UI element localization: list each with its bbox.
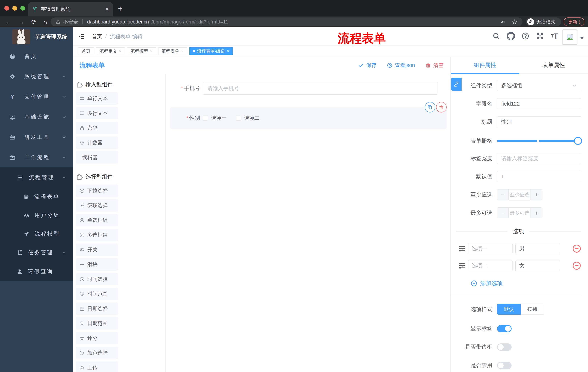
component-dropdown[interactable]: 下拉选择: [76, 185, 118, 197]
avatar[interactable]: [562, 30, 578, 45]
sidebar-item-workflow[interactable]: 工作流程: [0, 147, 73, 167]
option-1-label-input[interactable]: [468, 243, 513, 254]
drag-handle-icon[interactable]: [456, 262, 468, 270]
component-slider[interactable]: 滑块: [76, 258, 118, 271]
stepper-decrease-button[interactable]: −: [497, 208, 508, 218]
tag-process-definition[interactable]: 流程定义×: [96, 47, 125, 55]
gender-option-1-label[interactable]: 选项一: [211, 115, 227, 122]
sidebar-item-home[interactable]: 首页: [0, 46, 73, 66]
label-width-input[interactable]: [497, 153, 581, 164]
add-option-button[interactable]: 添加选项: [471, 279, 588, 287]
sidebar-fold-icon[interactable]: [78, 33, 85, 40]
browser-update-button[interactable]: 更新: [564, 18, 584, 26]
avatar-caret-icon[interactable]: [580, 37, 584, 39]
sidebar-item-task-mgmt[interactable]: 任务管理: [0, 243, 73, 262]
stepper-increase-button[interactable]: +: [531, 190, 542, 200]
slider-handle[interactable]: [574, 137, 582, 145]
sidebar-item-leave-query[interactable]: 请假查询: [0, 262, 73, 281]
browser-tab[interactable]: 芋道管理系统 ✕: [28, 2, 113, 16]
tab-component-props[interactable]: 组件属性: [451, 57, 519, 74]
stepper-decrease-button[interactable]: −: [497, 190, 508, 200]
forward-button[interactable]: →: [18, 18, 24, 25]
sidebar-item-user-group[interactable]: 用户分组: [0, 206, 73, 224]
security-label[interactable]: 不安全: [63, 19, 78, 25]
tag-process-form[interactable]: 流程表单×: [158, 47, 187, 55]
window-minimize-button[interactable]: [12, 6, 17, 11]
sidebar-item-payment[interactable]: ¥ 支付管理: [0, 87, 73, 107]
gender-checkbox-1[interactable]: [203, 116, 208, 121]
sidebar-item-process-model[interactable]: 流程模型: [0, 224, 73, 243]
component-checkbox-group[interactable]: 多选框组: [76, 229, 118, 241]
component-single-text[interactable]: 单行文本: [76, 92, 118, 105]
component-upload[interactable]: 上传: [76, 361, 118, 372]
remove-option-button[interactable]: [572, 244, 581, 253]
tag-close-icon[interactable]: ×: [181, 49, 184, 53]
breadcrumb-home[interactable]: 首页: [92, 33, 102, 40]
option-2-label-input[interactable]: [468, 260, 513, 271]
option-2-value-input[interactable]: [515, 260, 560, 271]
save-button[interactable]: 保存: [358, 62, 377, 69]
border-toggle[interactable]: [497, 343, 512, 351]
component-switch[interactable]: 开关: [76, 244, 118, 256]
tag-close-icon[interactable]: ×: [227, 49, 230, 53]
clear-button[interactable]: 清空: [425, 62, 444, 69]
component-type-select[interactable]: 多选框组: [497, 80, 581, 91]
sidebar-logo[interactable]: 芋道管理系统: [0, 27, 73, 46]
back-button[interactable]: ←: [5, 18, 11, 25]
max-select-value[interactable]: 最多可选: [508, 208, 531, 218]
home-button[interactable]: ⌂: [43, 18, 47, 25]
component-radio-group[interactable]: 单选框组: [76, 214, 118, 226]
font-size-icon[interactable]: TT: [550, 32, 559, 40]
gender-checkbox-2[interactable]: [236, 116, 241, 121]
tab-close-icon[interactable]: ✕: [105, 7, 109, 12]
default-value-input[interactable]: [497, 171, 581, 182]
gender-option-2-label[interactable]: 选项二: [244, 115, 260, 122]
tab-form-props[interactable]: 表单属性: [519, 57, 588, 74]
component-date-range[interactable]: 日期范围: [76, 317, 118, 329]
sidebar-item-process-form[interactable]: 流程表单: [0, 187, 73, 206]
window-close-button[interactable]: [4, 6, 9, 11]
sidebar-item-devtools[interactable]: 研发工具: [0, 127, 73, 147]
delete-component-button[interactable]: [436, 102, 447, 112]
canvas-field-gender-selected[interactable]: 性别 选项一 选项二: [170, 107, 447, 129]
style-default-button[interactable]: 默认: [497, 304, 521, 315]
key-icon[interactable]: [500, 19, 506, 25]
component-multi-text[interactable]: 多行文本: [76, 107, 118, 119]
link-drawer-handle[interactable]: [451, 78, 462, 91]
bookmark-star-icon[interactable]: [512, 19, 518, 25]
style-button-button[interactable]: 按钮: [521, 304, 544, 315]
sidebar-item-process-mgmt[interactable]: 流程管理: [0, 167, 73, 187]
stepper-increase-button[interactable]: +: [531, 208, 542, 218]
component-time-picker[interactable]: 时间选择: [76, 273, 118, 285]
component-date-picker[interactable]: 日期选择: [76, 302, 118, 315]
component-time-range[interactable]: 时间范围: [76, 288, 118, 300]
min-select-value[interactable]: 至少应选: [508, 190, 531, 200]
tag-process-model[interactable]: 流程模型×: [127, 47, 156, 55]
form-grid-slider[interactable]: [497, 135, 581, 146]
remove-option-button[interactable]: [572, 261, 581, 270]
sidebar-item-infra[interactable]: 基础设施: [0, 107, 73, 127]
title-input[interactable]: [497, 117, 581, 128]
component-editor[interactable]: 编辑器: [76, 151, 118, 164]
window-maximize-button[interactable]: [20, 6, 25, 11]
tag-close-icon[interactable]: ×: [150, 49, 153, 53]
canvas-field-phone[interactable]: 手机号: [170, 82, 438, 95]
component-rate[interactable]: 评分: [76, 332, 118, 344]
github-icon[interactable]: [507, 32, 515, 40]
component-password[interactable]: 密码: [76, 122, 118, 134]
tag-home[interactable]: 首页: [78, 47, 94, 55]
tag-process-form-edit[interactable]: 流程表单-编辑×: [189, 47, 233, 55]
search-icon[interactable]: [493, 32, 500, 40]
new-tab-button[interactable]: +: [118, 4, 123, 13]
tag-close-icon[interactable]: ×: [119, 49, 122, 53]
drag-handle-icon[interactable]: [456, 244, 468, 253]
sidebar-item-system[interactable]: 系统管理: [0, 66, 73, 87]
view-json-button[interactable]: 查看json: [387, 62, 415, 69]
component-counter[interactable]: 计数器: [76, 137, 118, 149]
duplicate-component-button[interactable]: [425, 102, 435, 112]
fullscreen-icon[interactable]: [536, 32, 544, 40]
phone-input[interactable]: [203, 82, 438, 95]
url-bar[interactable]: 不安全 dashboard.yudao.iocoder.cn /bpm/mana…: [51, 18, 523, 26]
field-name-input[interactable]: [497, 98, 581, 109]
component-color-picker[interactable]: 颜色选择: [76, 347, 118, 359]
